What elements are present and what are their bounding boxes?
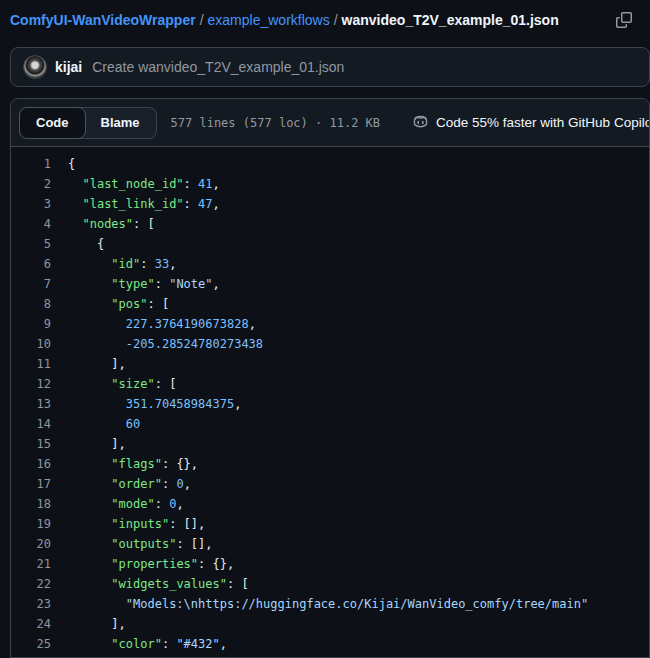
- code-viewer: 1{2 "last_node_id": 41,3 "last_link_id":…: [11, 147, 649, 654]
- copilot-icon: [412, 114, 429, 131]
- line-number[interactable]: 24: [11, 614, 68, 634]
- line-number[interactable]: 8: [11, 294, 68, 314]
- code-line-content: "size": [: [68, 374, 176, 394]
- code-line: 3 "last_link_id": 47,: [11, 194, 649, 214]
- line-number[interactable]: 14: [11, 414, 68, 434]
- line-number[interactable]: 13: [11, 394, 68, 414]
- code-line: 18 "mode": 0,: [11, 494, 649, 514]
- line-number[interactable]: 20: [11, 534, 68, 554]
- code-line-content: "color": "#432",: [68, 634, 227, 654]
- code-blame-switcher: Code Blame: [19, 107, 157, 139]
- code-line-content: ],: [68, 354, 126, 374]
- code-line: 13 351.70458984375,: [11, 394, 649, 414]
- commit-author-link[interactable]: kijai: [55, 59, 82, 75]
- code-line-content: ],: [68, 434, 126, 454]
- tab-blame[interactable]: Blame: [85, 108, 156, 138]
- breadcrumb: ComfyUI-WanVideoWrapper/example_workflow…: [0, 0, 650, 38]
- copilot-banner-link[interactable]: Code 55% faster with GitHub Copilot: [412, 114, 650, 131]
- code-line-content: "last_link_id": 47,: [68, 194, 220, 214]
- line-number[interactable]: 19: [11, 514, 68, 534]
- breadcrumb-separator: /: [330, 12, 342, 28]
- code-line-content: 351.70458984375,: [68, 394, 241, 414]
- code-line: 22 "widgets_values": [: [11, 574, 649, 594]
- code-line-content: "mode": 0,: [68, 494, 184, 514]
- file-meta-info: 577 lines (577 loc) · 11.2 KB: [171, 116, 381, 130]
- code-line-content: ],: [68, 614, 126, 634]
- code-line: 24 ],: [11, 614, 649, 634]
- code-line: 9 227.3764190673828,: [11, 314, 649, 334]
- code-line-content: "last_node_id": 41,: [68, 174, 220, 194]
- copy-icon: [616, 12, 632, 28]
- copy-path-button[interactable]: [610, 7, 638, 33]
- code-line-content: "flags": {},: [68, 454, 198, 474]
- code-line: 15 ],: [11, 434, 649, 454]
- code-line-content: "outputs": [],: [68, 534, 213, 554]
- line-number[interactable]: 17: [11, 474, 68, 494]
- code-line-content: {: [68, 154, 75, 174]
- code-line: 14 60: [11, 414, 649, 434]
- line-number[interactable]: 16: [11, 454, 68, 474]
- tab-code[interactable]: Code: [19, 107, 86, 139]
- code-line-content: "pos": [: [68, 294, 169, 314]
- code-line: 20 "outputs": [],: [11, 534, 649, 554]
- code-line-content: "properties": {},: [68, 554, 234, 574]
- commit-message-link[interactable]: Create wanvideo_T2V_example_01.json: [92, 59, 344, 75]
- line-number[interactable]: 10: [11, 334, 68, 354]
- file-view-card: Code Blame 577 lines (577 loc) · 11.2 KB…: [10, 98, 650, 658]
- code-line: 16 "flags": {},: [11, 454, 649, 474]
- line-number[interactable]: 18: [11, 494, 68, 514]
- breadcrumb-filename: wanvideo_T2V_example_01.json: [342, 12, 559, 28]
- code-line: 5 {: [11, 234, 649, 254]
- code-line: 21 "properties": {},: [11, 554, 649, 574]
- line-number[interactable]: 5: [11, 234, 68, 254]
- line-number[interactable]: 11: [11, 354, 68, 374]
- line-number[interactable]: 21: [11, 554, 68, 574]
- code-line: 23 "Models:\nhttps://huggingface.co/Kija…: [11, 594, 649, 614]
- code-line: 10 -205.28524780273438: [11, 334, 649, 354]
- code-line: 8 "pos": [: [11, 294, 649, 314]
- code-line: 2 "last_node_id": 41,: [11, 174, 649, 194]
- code-line: 4 "nodes": [: [11, 214, 649, 234]
- copilot-banner-text: Code 55% faster with GitHub Copilot: [436, 115, 650, 130]
- code-line-content: "widgets_values": [: [68, 574, 249, 594]
- breadcrumb-repo-link[interactable]: ComfyUI-WanVideoWrapper: [10, 12, 196, 28]
- code-line-content: -205.28524780273438: [68, 334, 263, 354]
- code-line: 6 "id": 33,: [11, 254, 649, 274]
- line-number[interactable]: 15: [11, 434, 68, 454]
- file-toolbar: Code Blame 577 lines (577 loc) · 11.2 KB…: [11, 99, 649, 147]
- code-line: 1{: [11, 154, 649, 174]
- file-path-breadcrumb: ComfyUI-WanVideoWrapper/example_workflow…: [10, 12, 610, 28]
- code-line-content: "order": 0,: [68, 474, 191, 494]
- line-number[interactable]: 7: [11, 274, 68, 294]
- code-line-content: 60: [68, 414, 140, 434]
- code-line-content: "type": "Note",: [68, 274, 220, 294]
- code-line: 17 "order": 0,: [11, 474, 649, 494]
- latest-commit-bar: kijai Create wanvideo_T2V_example_01.jso…: [10, 47, 650, 87]
- line-number[interactable]: 4: [11, 214, 68, 234]
- code-line-content: {: [68, 234, 104, 254]
- line-number[interactable]: 9: [11, 314, 68, 334]
- code-line: 25 "color": "#432",: [11, 634, 649, 654]
- code-line: 7 "type": "Note",: [11, 274, 649, 294]
- code-line-content: "inputs": [],: [68, 514, 205, 534]
- line-number[interactable]: 12: [11, 374, 68, 394]
- breadcrumb-folder-link[interactable]: example_workflows: [208, 12, 330, 28]
- line-number[interactable]: 25: [11, 634, 68, 654]
- line-number[interactable]: 23: [11, 594, 68, 614]
- breadcrumb-separator: /: [196, 12, 208, 28]
- line-number[interactable]: 6: [11, 254, 68, 274]
- code-line: 19 "inputs": [],: [11, 514, 649, 534]
- line-number[interactable]: 22: [11, 574, 68, 594]
- code-line: 11 ],: [11, 354, 649, 374]
- line-number[interactable]: 3: [11, 194, 68, 214]
- kijai-avatar[interactable]: [23, 55, 47, 79]
- line-number[interactable]: 1: [11, 154, 68, 174]
- code-line-content: 227.3764190673828,: [68, 314, 256, 334]
- code-line-content: "nodes": [: [68, 214, 155, 234]
- code-line: 12 "size": [: [11, 374, 649, 394]
- code-lines: 1{2 "last_node_id": 41,3 "last_link_id":…: [11, 154, 649, 654]
- line-number[interactable]: 2: [11, 174, 68, 194]
- code-line-content: "id": 33,: [68, 254, 176, 274]
- code-line-content: "Models:\nhttps://huggingface.co/Kijai/W…: [68, 594, 588, 614]
